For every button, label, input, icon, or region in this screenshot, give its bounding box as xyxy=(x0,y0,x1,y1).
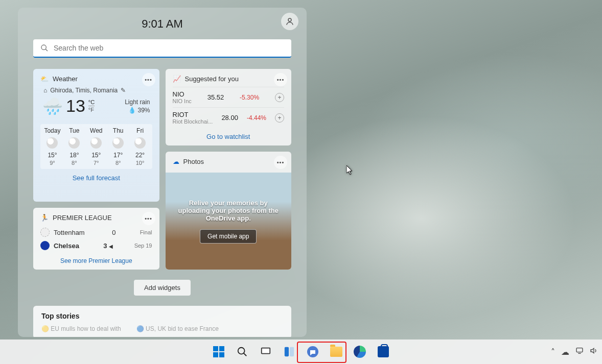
volume-tray-icon[interactable] xyxy=(590,347,598,357)
search-icon xyxy=(40,44,49,52)
weather-location: Ghiroda, Timis, Romania xyxy=(50,87,118,94)
edge-button[interactable] xyxy=(350,342,370,362)
forecast-row: Today15°9° Tue18°8° Wed15°7° Thu17°8° Fr… xyxy=(40,124,152,169)
stock-row[interactable]: NIONIO Inc 35.52 -5.30% + xyxy=(173,87,285,107)
widgets-clock: 9:01 AM xyxy=(142,17,183,31)
team-score: 0 xyxy=(101,229,116,236)
current-temp: 13 xyxy=(66,96,85,116)
team-score: 3 xyxy=(103,242,107,250)
folder-icon xyxy=(330,347,342,357)
forecast-hi: 18° xyxy=(63,152,85,159)
stock-subname: Riot Blockchai... xyxy=(173,118,213,125)
photos-widget[interactable]: ☁ Photos ••• Relive your memories by upl… xyxy=(166,152,292,270)
svg-rect-7 xyxy=(285,347,289,356)
forecast-icon xyxy=(90,137,102,149)
svg-rect-6 xyxy=(262,349,270,353)
top-stories-widget[interactable]: Top stories 🟡 EU mulls how to deal with … xyxy=(33,306,291,337)
add-stock-button[interactable]: + xyxy=(275,93,284,102)
svg-marker-12 xyxy=(591,348,594,353)
forecast-icon xyxy=(68,137,80,149)
sports-icon: 🏃 xyxy=(40,214,49,222)
team-logo-icon xyxy=(40,228,50,237)
search-box[interactable] xyxy=(33,39,291,58)
widgets-icon xyxy=(284,346,295,357)
stock-price: 28.00 xyxy=(221,114,238,122)
photos-title: Photos xyxy=(183,158,204,165)
sports-more-button[interactable]: ••• xyxy=(142,212,155,225)
profile-button[interactable] xyxy=(281,13,298,30)
see-full-forecast-link[interactable]: See full forecast xyxy=(40,174,152,182)
forecast-icon xyxy=(134,137,146,149)
current-weather-icon: 🌧️ xyxy=(42,96,63,116)
weather-more-button[interactable]: ••• xyxy=(142,73,155,86)
svg-rect-10 xyxy=(576,348,583,352)
taskbar-search-button[interactable] xyxy=(232,342,252,362)
forecast-lo: 9° xyxy=(41,160,63,166)
network-tray-icon[interactable] xyxy=(575,347,584,357)
go-to-watchlist-link[interactable]: Go to watchlist xyxy=(173,133,285,140)
svg-point-1 xyxy=(41,45,46,50)
forecast-lo: 10° xyxy=(129,160,151,166)
store-button[interactable] xyxy=(373,342,393,362)
onedrive-icon: ☁ xyxy=(173,158,179,165)
stock-symbol: RIOT xyxy=(173,111,213,118)
task-view-icon xyxy=(260,346,271,357)
stock-row[interactable]: RIOTRiot Blockchai... 28.00 -4.44% + xyxy=(173,107,285,128)
forecast-day: Tue xyxy=(63,127,85,134)
file-explorer-button[interactable] xyxy=(326,342,346,362)
edge-icon xyxy=(354,346,366,358)
match-status: Final xyxy=(131,229,152,235)
home-icon: ⌂ xyxy=(43,87,47,94)
get-mobile-app-button[interactable]: Get mobile app xyxy=(200,229,257,244)
chat-icon xyxy=(307,346,319,358)
add-widgets-button[interactable]: Add widgets xyxy=(134,280,191,296)
forecast-day: Today xyxy=(41,127,63,134)
forecast-hi: 15° xyxy=(41,152,63,159)
chat-button[interactable] xyxy=(303,342,323,362)
forecast-hi: 17° xyxy=(107,152,129,159)
stock-price: 35.52 xyxy=(207,93,224,101)
photos-more-button[interactable]: ••• xyxy=(274,156,287,169)
stocks-icon: 📈 xyxy=(173,75,181,83)
weather-icon: ⛅ xyxy=(40,75,49,83)
unit-fahrenheit[interactable]: °F xyxy=(88,106,95,113)
sports-widget[interactable]: 🏃 PREMIER LEAGUE ••• Tottenham 0 Final C… xyxy=(33,208,159,270)
story-headline[interactable]: US, UK bid to ease France xyxy=(146,325,219,332)
forecast-day: Fri xyxy=(129,127,151,134)
stock-change: -4.44% xyxy=(247,114,266,122)
taskbar: ˄ ☁ xyxy=(0,339,602,364)
weather-condition: Light rain xyxy=(125,98,150,106)
match-date: Sep 19 xyxy=(132,242,152,249)
store-icon xyxy=(378,346,389,357)
svg-line-4 xyxy=(244,353,247,356)
tray-chevron-up-icon[interactable]: ˄ xyxy=(551,347,555,357)
forecast-day: Wed xyxy=(85,127,107,134)
photos-message: Relive your memories by uploading your p… xyxy=(176,199,282,222)
team-name: Tottenham xyxy=(54,229,85,236)
widgets-button[interactable] xyxy=(279,342,299,362)
forecast-hi: 15° xyxy=(85,152,107,159)
humidity-icon: 💧 xyxy=(128,107,136,114)
widgets-panel: 9:01 AM ⛅ Weather ••• ⌂ Ghiroda, Timis, … xyxy=(18,8,307,337)
forecast-icon xyxy=(47,137,58,149)
forecast-day: Thu xyxy=(107,127,129,134)
task-view-button[interactable] xyxy=(256,342,276,362)
search-input[interactable] xyxy=(54,44,284,52)
onedrive-tray-icon[interactable]: ☁ xyxy=(561,347,569,357)
weather-widget[interactable]: ⛅ Weather ••• ⌂ Ghiroda, Timis, Romania … xyxy=(33,69,159,202)
start-button[interactable] xyxy=(209,342,229,362)
svg-point-3 xyxy=(238,348,245,354)
person-icon xyxy=(285,17,294,26)
unit-celsius[interactable]: °C xyxy=(88,99,95,106)
stocks-more-button[interactable]: ••• xyxy=(274,73,287,86)
weather-humidity: 39% xyxy=(137,107,150,114)
see-more-league-link[interactable]: See more Premier League xyxy=(40,257,152,264)
edit-location-icon[interactable]: ✎ xyxy=(121,87,126,94)
stock-symbol: NIO xyxy=(173,90,192,98)
forecast-lo: 7° xyxy=(85,160,107,166)
sports-title: PREMIER LEAGUE xyxy=(53,214,112,222)
mouse-cursor-icon xyxy=(346,165,355,178)
story-headline[interactable]: EU mulls how to deal with xyxy=(51,325,121,332)
add-stock-button[interactable]: + xyxy=(275,113,284,123)
stocks-widget[interactable]: 📈 Suggested for you ••• NIONIO Inc 35.52… xyxy=(166,69,292,145)
